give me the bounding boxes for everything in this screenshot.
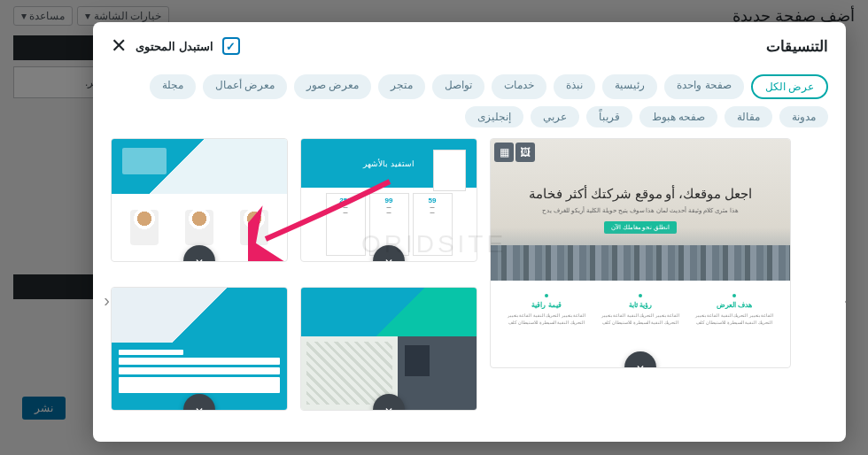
replace-content-checkbox[interactable]: ✓	[222, 37, 240, 55]
filter-pill[interactable]: صفحة واحدة	[664, 74, 743, 99]
chevron-left-icon[interactable]: ‹	[93, 290, 110, 312]
feature-item: هدف العرضالقاعة بتغيير التحريك النقية ال…	[687, 294, 781, 356]
filter-pill[interactable]: تواصل	[432, 74, 484, 99]
feature-item: رؤية ثابةالقاعة بتغيير التحريك النقية ال…	[593, 294, 687, 356]
template-gallery: ‹ › استفيد بالأشهر	[93, 138, 846, 442]
layouts-modal: التنسيقات ✓ استبدل المحتوى ✕ عرض الكلصفح…	[93, 22, 846, 442]
filter-pill[interactable]: نبذة	[554, 74, 595, 99]
filter-pill[interactable]: إنجليزى	[465, 106, 523, 127]
close-icon[interactable]: ✕	[111, 35, 127, 58]
template-card-map[interactable]	[300, 287, 477, 411]
filter-pill[interactable]: رئيسية	[602, 74, 657, 99]
category-filter-pills: عرض الكلصفحة واحدةرئيسيةنبذةخدماتتواصلمت…	[93, 70, 846, 138]
hero-title: اجعل موقعك، أو موقع شركتك أكثر فخامة	[529, 186, 752, 202]
template-card-business[interactable]	[111, 138, 288, 262]
filter-pill[interactable]: عرض الكل	[751, 74, 828, 99]
filter-pill[interactable]: عربي	[531, 106, 579, 127]
filter-pill[interactable]: خدمات	[492, 74, 546, 99]
filter-pill[interactable]: مدونة	[779, 106, 828, 127]
template-card-contact[interactable]	[111, 287, 288, 411]
filter-pill[interactable]: صفحه هبوط	[639, 106, 717, 127]
hero-subtitle: هذا مثرى كلام وثيقة أحديث لمان هذا سوف ي…	[542, 207, 739, 214]
template-card-pricing[interactable]: استفيد بالأشهر 259—— 99—— 59——	[300, 138, 477, 262]
feature-item: قيمة راقيةالقاعة بتغيير التحريك النقية ا…	[500, 294, 593, 356]
filter-pill[interactable]: مقالة	[725, 106, 772, 127]
view-mode-icon[interactable]: ▦	[494, 143, 514, 162]
replace-content-label: استبدل المحتوى	[136, 40, 213, 53]
filter-pill[interactable]: مجلة	[150, 74, 196, 99]
filter-pill[interactable]: قريباً	[586, 106, 632, 127]
filter-pill[interactable]: معرض صور	[294, 74, 371, 99]
image-icon[interactable]: 🖼	[515, 143, 535, 162]
filter-pill[interactable]: معرض أعمال	[203, 74, 287, 99]
template-card-featured[interactable]: ▦ 🖼 اجعل موقعك، أو موقع شركتك أكثر فخامة…	[490, 138, 791, 368]
modal-title: التنسيقات	[766, 37, 828, 56]
chevron-right-icon[interactable]: ›	[829, 290, 846, 312]
filter-pill[interactable]: متجر	[378, 74, 425, 99]
